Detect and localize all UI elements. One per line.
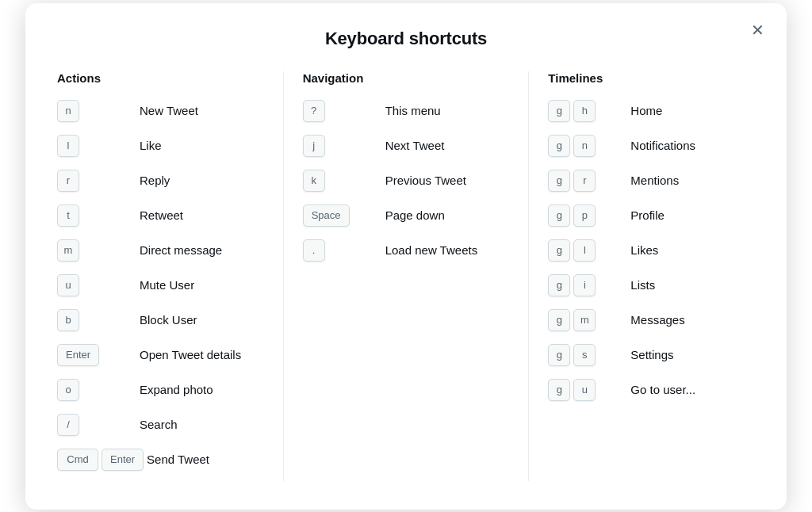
shortcut-row: mDirect message [57,237,264,264]
keyboard-shortcuts-modal: Keyboard shortcuts ✕ Actions nNew Tweetl… [25,3,787,510]
modal-title: Keyboard shortcuts [57,29,755,49]
shortcut-keys: m [57,239,136,262]
shortcut-keys: gn [548,135,627,157]
shortcut-label: Profile [630,208,665,222]
key-badge: g [548,344,570,366]
shortcut-keys: / [57,414,136,436]
key-badge: g [548,309,570,331]
shortcut-label: Retweet [140,208,183,222]
actions-list: nNew TweetlLikerReplytRetweetmDirect mes… [57,97,264,473]
key-badge: / [57,414,79,436]
shortcut-row: ghHome [548,97,755,124]
divider-1 [283,71,284,481]
shortcut-row: glLikes [548,237,755,264]
shortcut-row: gmMessages [548,307,755,334]
key-badge: g [548,379,570,401]
key-badge: r [57,170,79,192]
key-badge: m [573,309,596,331]
key-badge: g [548,204,570,227]
shortcut-row: guGo to user... [548,376,755,403]
shortcut-keys: Enter [57,344,136,366]
key-badge: k [303,170,325,192]
shortcut-label: Search [140,418,178,431]
shortcut-keys: . [303,239,382,262]
key-badge: ? [303,100,325,122]
shortcut-keys: gu [548,379,627,401]
shortcut-label: Next Tweet [385,139,445,152]
shortcut-row: CmdEnterSend Tweet [57,446,264,473]
shortcut-label: Home [630,104,662,117]
shortcut-keys: t [57,204,136,227]
timelines-column: Timelines ghHomegnNotificationsgrMention… [548,71,755,481]
shortcut-row: bBlock User [57,307,264,334]
shortcut-keys: b [57,309,136,331]
shortcut-label: Settings [630,348,673,361]
key-badge: p [573,204,596,227]
key-badge: g [548,239,570,262]
shortcut-label: Block User [140,313,197,327]
shortcut-label: Lists [630,278,655,292]
shortcut-label: Page down [385,208,445,222]
shortcut-label: Notifications [630,139,695,152]
key-badge: Enter [57,344,99,366]
shortcut-row: /Search [57,411,264,438]
close-button[interactable]: ✕ [748,19,768,41]
timelines-list: ghHomegnNotificationsgrMentionsgpProfile… [548,97,755,403]
key-badge: Space [303,204,350,227]
columns-container: Actions nNew TweetlLikerReplytRetweetmDi… [57,71,755,481]
shortcut-row: grMentions [548,167,755,194]
shortcut-keys: gr [548,170,627,192]
navigation-header: Navigation [303,71,510,85]
shortcut-label: Previous Tweet [385,174,466,187]
key-badge: s [573,344,596,366]
key-badge: m [57,239,79,262]
shortcut-row: rReply [57,167,264,194]
key-badge: n [57,100,79,122]
shortcut-keys: r [57,170,136,192]
shortcut-row: tRetweet [57,202,264,229]
shortcut-label: Likes [630,243,658,257]
key-badge: u [573,379,596,401]
shortcut-keys: gm [548,309,627,331]
shortcut-keys: gl [548,239,627,262]
divider-2 [528,71,529,481]
shortcut-row: ?This menu [303,97,510,124]
shortcut-label: Open Tweet details [140,348,241,361]
shortcut-keys: u [57,274,136,296]
key-badge: Enter [102,449,144,471]
key-badge: l [57,135,79,157]
actions-header: Actions [57,71,264,85]
shortcut-label: Expand photo [140,383,213,396]
key-badge: h [573,100,596,122]
shortcut-keys: gh [548,100,627,122]
shortcut-label: Messages [630,313,684,327]
shortcut-row: kPrevious Tweet [303,167,510,194]
shortcut-row: giLists [548,272,755,299]
navigation-list: ?This menujNext TweetkPrevious TweetSpac… [303,97,510,264]
shortcut-label: Load new Tweets [385,243,477,257]
shortcut-row: oExpand photo [57,376,264,403]
shortcut-keys: gi [548,274,627,296]
key-badge: j [303,135,325,157]
shortcut-label: Mute User [140,278,194,292]
key-badge: g [548,100,570,122]
shortcut-keys: j [303,135,382,157]
shortcut-row: SpacePage down [303,202,510,229]
shortcut-keys: k [303,170,382,192]
key-badge: g [548,135,570,157]
shortcut-label: Like [140,139,162,152]
shortcut-keys: gp [548,204,627,227]
key-badge: u [57,274,79,296]
shortcut-keys: gs [548,344,627,366]
key-badge: b [57,309,79,331]
shortcut-keys: n [57,100,136,122]
key-badge: l [573,239,596,262]
key-badge: g [548,170,570,192]
navigation-column: Navigation ?This menujNext TweetkPreviou… [303,71,510,481]
shortcut-keys: Space [303,204,382,227]
key-badge: Cmd [57,449,98,471]
shortcut-row: EnterOpen Tweet details [57,342,264,369]
key-badge: g [548,274,570,296]
actions-column: Actions nNew TweetlLikerReplytRetweetmDi… [57,71,264,481]
shortcut-row: jNext Tweet [303,132,510,159]
